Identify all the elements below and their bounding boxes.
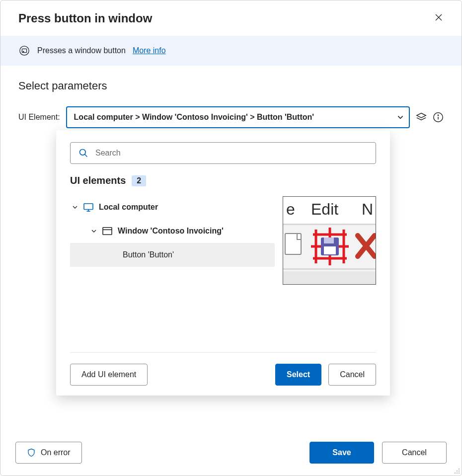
ui-element-value: Local computer > Window 'Contoso Invoici… <box>74 113 314 122</box>
svg-point-34 <box>455 473 456 474</box>
info-text: Presses a window button <box>37 46 126 55</box>
svg-rect-18 <box>283 224 376 225</box>
section-title: Select parameters <box>18 79 444 92</box>
select-button[interactable]: Select <box>275 364 321 386</box>
chevron-down-icon <box>72 204 78 210</box>
svg-point-33 <box>459 471 460 472</box>
save-button[interactable]: Save <box>309 442 374 464</box>
ui-elements-header: UI elements 2 <box>70 175 376 186</box>
cancel-button[interactable]: Cancel <box>382 442 447 464</box>
svg-marker-5 <box>417 113 426 118</box>
svg-rect-20 <box>285 234 301 254</box>
svg-point-31 <box>459 469 460 470</box>
preview-text-e: e <box>286 200 295 218</box>
on-error-label: On error <box>41 448 71 457</box>
svg-point-9 <box>80 150 86 156</box>
svg-point-35 <box>457 473 458 474</box>
add-ui-element-button[interactable]: Add UI element <box>70 364 148 386</box>
svg-rect-30 <box>283 271 376 285</box>
search-icon <box>78 148 88 158</box>
tree-node-label: Button 'Button' <box>123 250 174 259</box>
svg-rect-29 <box>324 246 336 254</box>
action-icon <box>18 45 30 57</box>
svg-point-32 <box>457 471 458 472</box>
side-icons <box>416 112 444 123</box>
svg-rect-19 <box>283 268 376 270</box>
svg-point-4 <box>23 51 23 52</box>
chevron-down-icon <box>91 228 97 234</box>
dialog-press-button-in-window: Press button in window Presses a window … <box>0 0 462 476</box>
tree-node-button[interactable]: Button 'Button' <box>70 243 275 267</box>
tree-node-window[interactable]: Window 'Contoso Invoicing' <box>70 219 275 243</box>
dialog-footer: On error Save Cancel <box>0 432 462 476</box>
tree-node-label: Local computer <box>99 203 158 212</box>
dropdown-footer: Add UI element Select Cancel <box>70 352 376 386</box>
ui-element-combobox[interactable]: Local computer > Window 'Contoso Invoici… <box>66 106 410 128</box>
ui-elements-tree: Local computer Window 'Contoso Invoicing… <box>70 195 376 285</box>
search-box[interactable] <box>70 142 376 164</box>
info-icon[interactable] <box>433 112 444 123</box>
ui-element-label: UI Element: <box>18 113 60 122</box>
svg-rect-14 <box>103 228 112 235</box>
dialog-title: Press button in window <box>18 11 152 25</box>
shield-icon <box>27 448 36 457</box>
ui-element-row: UI Element: Local computer > Window 'Con… <box>18 106 444 128</box>
tree-node-local-computer[interactable]: Local computer <box>70 195 275 219</box>
dialog-header: Press button in window <box>0 0 462 36</box>
element-preview: e Edit N <box>283 196 376 285</box>
tree-node-label: Window 'Contoso Invoicing' <box>118 227 224 236</box>
svg-point-8 <box>438 115 438 115</box>
svg-point-2 <box>20 46 29 55</box>
cancel-dropdown-button[interactable]: Cancel <box>328 364 376 386</box>
chevron-down-icon <box>397 114 404 121</box>
more-info-link[interactable]: More info <box>133 46 166 55</box>
close-button[interactable] <box>432 10 446 26</box>
dialog-body: Select parameters UI Element: Local comp… <box>0 66 462 432</box>
svg-point-36 <box>459 473 460 474</box>
ui-element-dropdown-panel: UI elements 2 Local computer <box>56 130 390 396</box>
preview-text-n: N <box>362 200 373 218</box>
svg-rect-3 <box>22 49 26 52</box>
svg-rect-11 <box>84 204 93 210</box>
info-bar: Presses a window button More info <box>0 36 462 66</box>
resize-grip-icon[interactable] <box>453 467 460 474</box>
layers-icon[interactable] <box>416 112 427 123</box>
computer-icon <box>83 203 94 212</box>
ui-elements-count: 2 <box>132 175 146 186</box>
ui-elements-title: UI elements <box>70 175 126 186</box>
close-icon <box>435 13 443 21</box>
window-icon <box>102 227 113 236</box>
preview-image: e Edit N <box>283 197 376 285</box>
search-input[interactable] <box>94 148 368 158</box>
on-error-button[interactable]: On error <box>15 442 82 464</box>
preview-text-edit: Edit <box>311 200 338 218</box>
svg-rect-28 <box>324 238 334 243</box>
svg-line-10 <box>85 155 87 157</box>
